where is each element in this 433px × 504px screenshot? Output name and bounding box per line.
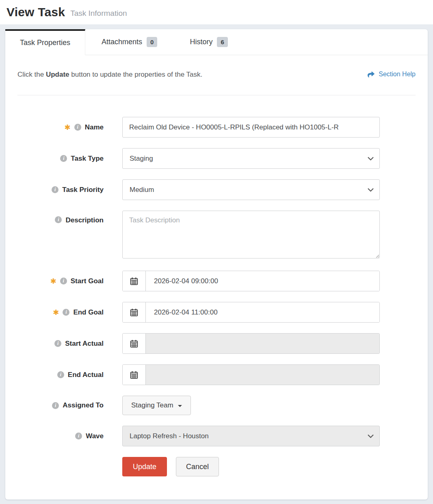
form-row-start-goal: ✱ i Start Goal bbox=[5, 271, 428, 291]
tab-attachments[interactable]: Attachments 0 bbox=[85, 29, 173, 55]
tab-bar: Task Properties Attachments 0 History 6 bbox=[5, 29, 428, 55]
page-header: View Task Task Information bbox=[0, 0, 433, 24]
chevron-down-icon bbox=[367, 156, 374, 161]
page-title: View Task bbox=[6, 5, 65, 19]
info-circle-icon[interactable]: i bbox=[60, 278, 67, 284]
description-label-group: i Description bbox=[5, 211, 122, 260]
form-row-wave: i Wave Laptop Refresh - Houston bbox=[5, 426, 428, 446]
required-asterisk-icon: ✱ bbox=[53, 309, 59, 316]
section-help-label: Section Help bbox=[379, 71, 416, 78]
instruction-bold: Update bbox=[46, 71, 69, 78]
section-head: Click the Update button to update the pr… bbox=[5, 55, 428, 79]
calendar-icon[interactable] bbox=[123, 334, 146, 353]
task-type-label-group: i Task Type bbox=[5, 148, 122, 169]
form-row-start-actual: i Start Actual bbox=[5, 333, 428, 354]
chevron-down-icon bbox=[367, 187, 374, 192]
form-row-end-actual: i End Actual bbox=[5, 364, 428, 385]
start-actual-label: Start Actual bbox=[65, 340, 104, 348]
info-circle-icon[interactable]: i bbox=[52, 186, 58, 193]
section-help-link[interactable]: Section Help bbox=[367, 71, 416, 78]
info-circle-icon[interactable]: i bbox=[63, 309, 69, 316]
required-asterisk-icon: ✱ bbox=[50, 278, 56, 285]
task-priority-label: Task Priority bbox=[62, 186, 104, 194]
wave-label-group: i Wave bbox=[5, 426, 122, 446]
wave-label: Wave bbox=[86, 432, 104, 440]
calendar-icon[interactable] bbox=[123, 365, 146, 385]
chevron-down-icon bbox=[367, 434, 374, 438]
task-priority-value: Medium bbox=[130, 186, 154, 194]
start-goal-label-group: ✱ i Start Goal bbox=[5, 271, 122, 291]
instruction-text: Click the Update button to update the pr… bbox=[17, 71, 202, 79]
start-actual-input bbox=[146, 334, 379, 353]
description-textarea[interactable] bbox=[122, 211, 380, 258]
assigned-to-label-group: i Assigned To bbox=[5, 396, 122, 415]
end-actual-datetime-group bbox=[122, 364, 380, 385]
info-circle-icon[interactable]: i bbox=[57, 371, 64, 378]
assigned-to-value: Staging Team bbox=[131, 401, 173, 409]
end-actual-label-group: i End Actual bbox=[5, 364, 122, 385]
description-label: Description bbox=[65, 216, 104, 224]
form-row-task-type: i Task Type Staging bbox=[5, 148, 428, 169]
history-count-badge: 6 bbox=[217, 37, 227, 47]
tab-history[interactable]: History 6 bbox=[173, 29, 244, 55]
calendar-icon[interactable] bbox=[123, 271, 146, 291]
start-goal-input[interactable] bbox=[146, 271, 379, 291]
share-arrow-icon bbox=[367, 71, 375, 78]
start-goal-label: Start Goal bbox=[71, 277, 104, 285]
info-circle-icon[interactable]: i bbox=[54, 340, 61, 347]
attachments-count-badge: 0 bbox=[147, 37, 157, 47]
task-priority-select[interactable]: Medium bbox=[122, 179, 380, 200]
task-card: Task Properties Attachments 0 History 6 … bbox=[5, 29, 428, 500]
info-circle-icon[interactable]: i bbox=[60, 155, 67, 162]
end-goal-input[interactable] bbox=[146, 302, 379, 322]
name-label-group: ✱ i Name bbox=[5, 117, 122, 138]
required-asterisk-icon: ✱ bbox=[65, 124, 71, 131]
task-form: ✱ i Name i Task Type Staging bbox=[5, 95, 428, 476]
form-row-task-priority: i Task Priority Medium bbox=[5, 179, 428, 200]
tab-label: Task Properties bbox=[20, 39, 70, 47]
end-goal-label: End Goal bbox=[73, 308, 104, 317]
form-row-description: i Description bbox=[5, 211, 428, 260]
instruction-prefix: Click the bbox=[17, 71, 46, 78]
start-actual-label-group: i Start Actual bbox=[5, 333, 122, 354]
update-button[interactable]: Update bbox=[122, 457, 167, 476]
wave-select: Laptop Refresh - Houston bbox=[122, 426, 380, 446]
assigned-to-dropdown-button[interactable]: Staging Team bbox=[122, 396, 191, 415]
info-circle-icon[interactable]: i bbox=[55, 216, 62, 223]
task-priority-label-group: i Task Priority bbox=[5, 179, 122, 200]
wave-value: Laptop Refresh - Houston bbox=[130, 432, 209, 440]
name-label: Name bbox=[85, 123, 104, 131]
task-type-value: Staging bbox=[130, 155, 153, 163]
start-goal-datetime-group bbox=[122, 271, 380, 291]
tab-task-properties[interactable]: Task Properties bbox=[5, 29, 85, 55]
caret-down-icon bbox=[178, 405, 182, 407]
task-type-select[interactable]: Staging bbox=[122, 148, 380, 169]
name-input[interactable] bbox=[122, 117, 380, 138]
form-row-assigned-to: i Assigned To Staging Team bbox=[5, 396, 428, 415]
form-actions: Update Cancel bbox=[122, 457, 428, 476]
end-goal-label-group: ✱ i End Goal bbox=[5, 302, 122, 323]
assigned-to-label: Assigned To bbox=[63, 401, 104, 409]
info-circle-icon[interactable]: i bbox=[52, 402, 59, 409]
form-row-end-goal: ✱ i End Goal bbox=[5, 302, 428, 323]
start-actual-datetime-group bbox=[122, 333, 380, 354]
page-subtitle: Task Information bbox=[70, 9, 127, 18]
cancel-button[interactable]: Cancel bbox=[176, 457, 219, 476]
tab-label: Attachments bbox=[102, 38, 142, 46]
info-circle-icon[interactable]: i bbox=[74, 124, 81, 131]
calendar-icon[interactable] bbox=[123, 302, 146, 322]
page-background-panel: Task Properties Attachments 0 History 6 … bbox=[0, 24, 433, 504]
instruction-suffix: button to update the properties of the T… bbox=[69, 71, 203, 78]
info-circle-icon[interactable]: i bbox=[75, 433, 82, 439]
end-actual-label: End Actual bbox=[68, 371, 104, 379]
task-type-label: Task Type bbox=[71, 155, 104, 163]
form-row-name: ✱ i Name bbox=[5, 117, 428, 138]
tab-label: History bbox=[190, 38, 212, 46]
end-goal-datetime-group bbox=[122, 302, 380, 323]
end-actual-input bbox=[146, 365, 379, 385]
